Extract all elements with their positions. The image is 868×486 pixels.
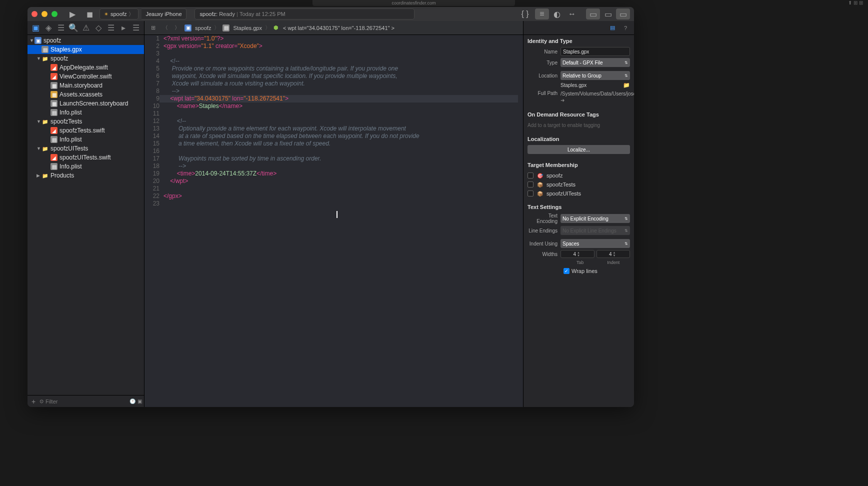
tree-item[interactable]: ▤Info.plist bbox=[28, 108, 144, 117]
target-row: 📦spoofzTests bbox=[528, 180, 630, 189]
location-file-label: Staples.gpx bbox=[560, 82, 586, 88]
inspector-tabs: ▤ ? bbox=[524, 21, 634, 35]
filter-icon: ⊙ bbox=[40, 398, 44, 404]
line-endings-select[interactable]: No Explicit Line Endings⇅ bbox=[560, 226, 630, 235]
file-inspector-tab[interactable]: ▤ bbox=[608, 24, 617, 32]
tree-item[interactable]: ▼📁spoofzTests bbox=[28, 117, 144, 126]
run-button[interactable]: ▶ bbox=[66, 8, 80, 20]
jump-bar-project[interactable]: ▣spoofz bbox=[184, 24, 212, 32]
jump-bar-file[interactable]: ▤Staples.gpx bbox=[222, 24, 262, 32]
filter-input[interactable] bbox=[46, 398, 128, 404]
text-settings-title: Text Settings bbox=[528, 204, 630, 210]
code-editor[interactable]: 1234567891011121314151617181920212223 <?… bbox=[144, 35, 523, 407]
source-control-navigator-tab[interactable]: ◈ bbox=[44, 23, 54, 33]
location-select[interactable]: Relative to Group⇅ bbox=[560, 71, 630, 80]
tree-item[interactable]: ▤Staples.gpx bbox=[28, 45, 144, 54]
tree-item[interactable]: ◢spoofzUITests.swift bbox=[28, 153, 144, 162]
jump-bar: ⊞ 〈 〉 ▣spoofz 〉 ▤Staples.gpx 〉 ⬢ <wpt la… bbox=[144, 21, 523, 35]
destination-name: Jeauxy iPhone bbox=[146, 11, 182, 17]
scheme-name: spoofz bbox=[110, 11, 126, 17]
jump-bar-symbol[interactable]: ⬢ <wpt lat="34.0430175" lon="-118.267254… bbox=[272, 24, 396, 31]
tree-item[interactable]: ▦LaunchScreen.storyboard bbox=[28, 99, 144, 108]
toggle-navigator-button[interactable]: ▭ bbox=[586, 8, 600, 20]
editor-mode-version[interactable]: ↔ bbox=[565, 8, 579, 20]
stop-button[interactable]: ◼ bbox=[82, 8, 96, 20]
scheme-selector[interactable]: ✴ spoofz 〉 bbox=[100, 8, 138, 20]
wrap-lines-label: Wrap lines bbox=[572, 268, 598, 274]
localize-button[interactable]: Localize... bbox=[528, 145, 630, 154]
editor-area: ⊞ 〈 〉 ▣spoofz 〉 ▤Staples.gpx 〉 ⬢ <wpt la… bbox=[144, 21, 523, 407]
navigator-panel: ▣ ◈ ☰ 🔍 ⚠ ◇ ☰ ▸ ☰ ▼▣spoofz▤Staples.gpx▼📁… bbox=[28, 21, 144, 407]
traffic-lights bbox=[32, 11, 58, 17]
activity-view: spoofz: Ready | Today at 12:25 PM bbox=[194, 8, 414, 20]
target-section-title: Target Membership bbox=[528, 162, 630, 168]
tree-item[interactable]: ▦Assets.xcassets bbox=[28, 90, 144, 99]
minimize-window-button[interactable] bbox=[42, 11, 48, 17]
toggle-inspector-button[interactable]: ▭ bbox=[616, 8, 630, 20]
toggle-debug-area-button[interactable]: ▭ bbox=[601, 8, 615, 20]
text-cursor bbox=[336, 211, 338, 218]
target-checkbox[interactable] bbox=[528, 190, 534, 196]
zoom-window-button[interactable] bbox=[52, 11, 58, 17]
navigator-filter-bar: + ⊙ 🕐 ▣ bbox=[28, 395, 144, 407]
close-window-button[interactable] bbox=[32, 11, 38, 17]
project-navigator-tab[interactable]: ▣ bbox=[31, 23, 41, 33]
indent-using-select[interactable]: Spaces⇅ bbox=[560, 239, 630, 248]
reveal-in-finder-icon[interactable]: ➜ bbox=[560, 98, 564, 103]
target-row: 🎯spoofz bbox=[528, 171, 630, 180]
tree-item[interactable]: ◢ViewController.swift bbox=[28, 72, 144, 81]
help-inspector-tab[interactable]: ? bbox=[621, 24, 630, 32]
wrap-lines-checkbox[interactable] bbox=[564, 268, 570, 274]
code-content[interactable]: <?xml version="1.0"?><gpx version="1.1" … bbox=[164, 35, 523, 407]
tree-item[interactable]: ▤Info.plist bbox=[28, 162, 144, 171]
editor-mode-assistant[interactable]: ◐ bbox=[550, 8, 564, 20]
xcode-window: ▶ ◼ ✴ spoofz 〉 Jeauxy iPhone spoofz: Rea… bbox=[28, 7, 634, 407]
file-tree[interactable]: ▼▣spoofz▤Staples.gpx▼📁spoofz◢AppDelegate… bbox=[28, 35, 144, 395]
inspector-panel: ▤ ? Identity and Type Name Type Default … bbox=[523, 21, 634, 407]
tree-item[interactable]: ▦Main.storyboard bbox=[28, 81, 144, 90]
background-browser-tab: coordinatesfinder.com bbox=[312, 0, 515, 6]
recent-filter-icon[interactable]: 🕐 bbox=[130, 398, 136, 404]
destination-selector[interactable]: Jeauxy iPhone bbox=[142, 8, 186, 20]
tree-item[interactable]: ▼▣spoofz bbox=[28, 36, 144, 45]
tree-item[interactable]: ▶📁Products bbox=[28, 171, 144, 180]
related-items-button[interactable]: ⊞ bbox=[148, 22, 158, 34]
breakpoint-navigator-tab[interactable]: ▸ bbox=[118, 23, 128, 33]
target-checkbox[interactable] bbox=[528, 182, 534, 188]
ondemand-placeholder: Add to a target to enable tagging bbox=[528, 120, 630, 130]
system-right-icons: ⬆ ⊞ ⊞ bbox=[848, 0, 863, 6]
test-navigator-tab[interactable]: ◇ bbox=[94, 23, 104, 33]
file-type-select[interactable]: Default - GPX File⇅ bbox=[560, 58, 630, 67]
tree-item[interactable]: ▤Info.plist bbox=[28, 135, 144, 144]
target-row: 📦spoofzUITests bbox=[528, 189, 630, 198]
scm-filter-icon[interactable]: ▣ bbox=[138, 398, 142, 404]
forward-button[interactable]: 〉 bbox=[172, 22, 182, 34]
report-navigator-tab[interactable]: ☰ bbox=[131, 23, 141, 33]
encoding-select[interactable]: No Explicit Encoding⇅ bbox=[560, 214, 630, 223]
library-button[interactable]: { } bbox=[518, 8, 532, 20]
full-path-value: /System/Volumes/Data/Users/joseph.callaw… bbox=[560, 90, 634, 104]
navigator-tabs: ▣ ◈ ☰ 🔍 ⚠ ◇ ☰ ▸ ☰ bbox=[28, 21, 144, 35]
file-name-input[interactable] bbox=[560, 47, 630, 56]
localization-section-title: Localization bbox=[528, 136, 630, 142]
main-area: ▣ ◈ ☰ 🔍 ⚠ ◇ ☰ ▸ ☰ ▼▣spoofz▤Staples.gpx▼📁… bbox=[28, 21, 634, 407]
line-gutter: 1234567891011121314151617181920212223 bbox=[144, 35, 164, 407]
editor-mode-standard[interactable]: ≡ bbox=[535, 8, 549, 20]
symbol-navigator-tab[interactable]: ☰ bbox=[56, 23, 66, 33]
ondemand-section-title: On Demand Resource Tags bbox=[528, 112, 630, 118]
tree-item[interactable]: ◢AppDelegate.swift bbox=[28, 63, 144, 72]
tree-item[interactable]: ▼📁spoofz bbox=[28, 54, 144, 63]
tab-width-stepper[interactable]: 4 ▲▼ bbox=[560, 250, 594, 258]
choose-location-icon[interactable]: 📁 bbox=[623, 82, 630, 88]
find-navigator-tab[interactable]: 🔍 bbox=[68, 23, 78, 33]
add-button[interactable]: + bbox=[30, 398, 38, 406]
toolbar: ▶ ◼ ✴ spoofz 〉 Jeauxy iPhone spoofz: Rea… bbox=[28, 7, 634, 21]
tree-item[interactable]: ▼📁spoofzUITests bbox=[28, 144, 144, 153]
identity-section-title: Identity and Type bbox=[528, 38, 630, 44]
back-button[interactable]: 〈 bbox=[160, 22, 170, 34]
issue-navigator-tab[interactable]: ⚠ bbox=[81, 23, 91, 33]
target-checkbox[interactable] bbox=[528, 172, 534, 178]
tree-item[interactable]: ◢spoofzTests.swift bbox=[28, 126, 144, 135]
debug-navigator-tab[interactable]: ☰ bbox=[106, 23, 116, 33]
indent-width-stepper[interactable]: 4 ▲▼ bbox=[596, 250, 630, 258]
